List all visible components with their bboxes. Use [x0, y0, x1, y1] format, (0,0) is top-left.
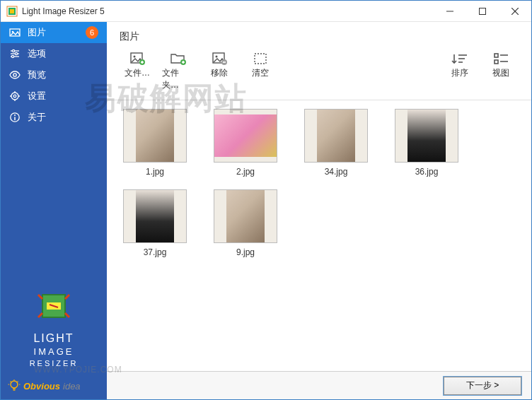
svg-point-16 — [11, 93, 18, 100]
svg-point-14 — [11, 55, 13, 57]
footer: 下一步 > — [107, 371, 531, 399]
brand-text: LIGHT IMAGE RESIZER — [9, 331, 98, 368]
svg-point-10 — [12, 49, 14, 52]
gear-icon — [9, 90, 21, 102]
thumbnail-image — [214, 109, 277, 163]
thumbnails-container: 1.jpg2.jpg34.jpg36.jpg37.jpg9.jpg — [120, 109, 519, 257]
clear-icon — [252, 52, 269, 66]
window-title: Light Image Resizer 5 — [22, 6, 434, 16]
sort-button[interactable]: 排序 — [442, 50, 478, 81]
nav-settings[interactable]: 设置 — [1, 86, 107, 107]
thumbnail-item[interactable]: 1.jpg — [120, 109, 190, 177]
add-folder-button[interactable]: 文件夹… — [161, 50, 196, 93]
obviousidea-link[interactable]: Obviousidea — [1, 375, 107, 399]
thumbnail-label: 1.jpg — [146, 167, 164, 177]
svg-rect-47 — [255, 54, 266, 64]
nav-label: 图片 — [28, 26, 79, 39]
svg-rect-4 — [480, 8, 486, 14]
next-button[interactable]: 下一步 > — [444, 377, 521, 395]
svg-rect-53 — [495, 60, 498, 64]
svg-point-44 — [216, 56, 218, 58]
svg-point-23 — [14, 114, 16, 116]
view-button[interactable]: 视图 — [483, 50, 519, 81]
svg-line-34 — [18, 382, 18, 382]
brand-icon — [37, 289, 71, 323]
thumbnail-label: 37.jpg — [144, 247, 167, 257]
images-count-badge: 6 — [86, 26, 98, 39]
main-panel: 图片 文件… 文件夹… 移除 清空 — [107, 22, 531, 399]
nav-images[interactable]: 图片 6 — [1, 22, 107, 43]
image-gallery: 1.jpg2.jpg34.jpg36.jpg37.jpg9.jpg — [107, 100, 531, 371]
app-body: 图片 6 选项 预览 设置 关于 — [1, 22, 531, 399]
thumbnail-label: 34.jpg — [325, 167, 348, 177]
svg-line-33 — [11, 382, 11, 382]
nav-about[interactable]: 关于 — [1, 107, 107, 128]
thumbnail-image — [214, 189, 277, 243]
thumbnail-image — [123, 189, 187, 243]
brand-logo: LIGHT IMAGE RESIZER — [1, 282, 107, 375]
svg-point-17 — [13, 95, 16, 98]
close-button[interactable] — [499, 1, 531, 22]
remove-button[interactable]: 移除 — [202, 50, 237, 81]
thumbnail-image — [304, 109, 368, 163]
thumbnail-label: 36.jpg — [415, 167, 439, 177]
image-remove-icon — [211, 52, 228, 66]
thumbnail-item[interactable]: 36.jpg — [391, 109, 462, 177]
sort-icon — [451, 52, 468, 66]
thumbnail-image — [395, 109, 458, 163]
nav-options[interactable]: 选项 — [1, 43, 107, 64]
svg-point-15 — [13, 73, 16, 76]
thumbnail-item[interactable]: 9.jpg — [210, 189, 281, 257]
thumbnail-image — [123, 109, 187, 163]
toolbar: 文件… 文件夹… 移除 清空 排序 — [107, 46, 531, 100]
nav-label: 设置 — [28, 90, 98, 102]
maximize-button[interactable] — [466, 1, 499, 22]
thumbnail-label: 9.jpg — [236, 247, 255, 257]
bulb-icon — [8, 380, 21, 392]
thumbnail-label: 2.jpg — [236, 167, 255, 177]
nav-label: 选项 — [28, 47, 98, 60]
nav-list: 图片 6 选项 预览 设置 关于 — [1, 22, 107, 128]
window-controls — [434, 1, 531, 22]
sliders-icon — [9, 48, 21, 59]
folder-add-icon — [170, 52, 187, 66]
content-header: 图片 — [107, 22, 531, 46]
minimize-button[interactable] — [434, 1, 466, 22]
sidebar: 图片 6 选项 预览 设置 关于 — [1, 22, 107, 399]
app-window: Light Image Resizer 5 图片 6 选项 预览 — [0, 0, 532, 400]
thumbnail-item[interactable]: 2.jpg — [210, 109, 281, 177]
svg-point-36 — [134, 56, 136, 58]
info-icon — [9, 112, 21, 123]
nav-label: 预览 — [28, 69, 98, 81]
svg-rect-52 — [495, 54, 498, 57]
svg-rect-2 — [10, 9, 14, 13]
nav-preview[interactable]: 预览 — [1, 64, 107, 86]
clear-button[interactable]: 清空 — [243, 50, 278, 81]
svg-point-12 — [15, 52, 17, 54]
view-icon — [492, 52, 509, 66]
nav-label: 关于 — [28, 111, 98, 124]
images-icon — [9, 27, 21, 38]
eye-icon — [9, 69, 21, 81]
thumbnail-item[interactable]: 34.jpg — [301, 109, 371, 177]
titlebar: Light Image Resizer 5 — [1, 1, 531, 22]
app-icon — [6, 6, 18, 17]
thumbnail-item[interactable]: 37.jpg — [120, 189, 190, 257]
file-add-icon — [129, 52, 146, 66]
svg-point-27 — [11, 381, 18, 388]
add-files-button[interactable]: 文件… — [120, 50, 155, 81]
